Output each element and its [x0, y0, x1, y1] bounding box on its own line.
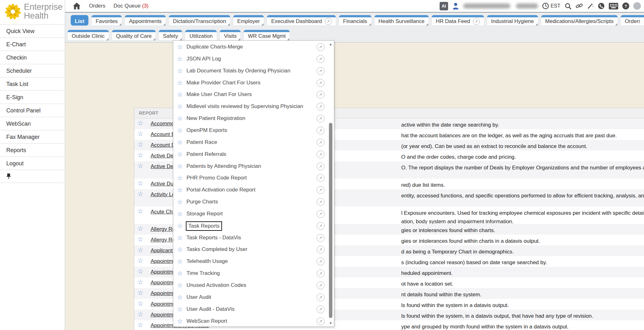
favorite-star-icon[interactable]: ☆	[137, 162, 143, 170]
sidebar-item-e-sign[interactable]: E-Sign	[0, 90, 65, 104]
tab-quality-of-care[interactable]: Quality of Care	[112, 30, 156, 40]
favorite-star-icon[interactable]: ☆	[137, 179, 143, 187]
favorite-star-icon[interactable]: ☆	[137, 268, 143, 275]
tab-executive-dashboard[interactable]: Executive Dashboard↗	[267, 15, 336, 26]
open-external-icon[interactable]: ↗	[317, 222, 325, 230]
tab-wr-case-mgmt[interactable]: WR Case Mgmt	[244, 30, 290, 40]
favorite-star-icon[interactable]: ☆	[177, 55, 183, 63]
open-external-icon[interactable]: ↗	[325, 18, 332, 25]
open-external-icon[interactable]: ↗	[317, 55, 325, 63]
dropdown-item-make-user-chart-for-users[interactable]: ☆Make User Chart For Users↗	[173, 89, 334, 101]
tab-outside-clinic[interactable]: Outside Clinic	[68, 30, 109, 40]
sidebar-item-fax-manager[interactable]: Fax Manager	[0, 130, 65, 143]
favorite-star-icon[interactable]: ☆	[137, 278, 143, 286]
favorite-star-icon[interactable]: ☆	[137, 208, 143, 215]
dropdown-scrollbar[interactable]: ▲ ▼	[328, 41, 333, 327]
favorite-star-icon[interactable]: ☆	[137, 246, 143, 254]
open-external-icon[interactable]: ↗	[317, 91, 325, 99]
tab-employer[interactable]: Employer	[233, 15, 264, 26]
open-external-icon[interactable]: ↗	[317, 79, 325, 87]
favorite-star-icon[interactable]: ☆	[177, 91, 183, 98]
open-external-icon[interactable]: ↗	[317, 293, 325, 301]
dropdown-item-phr-promo-code-report[interactable]: ☆PHR Promo Code Report↗	[173, 172, 334, 184]
dropdown-item-new-patient-registration[interactable]: ☆New Patient Registration↗	[173, 113, 334, 125]
sidebar-item-quick-view[interactable]: Quick View	[0, 24, 65, 37]
partial-tab[interactable]	[640, 15, 644, 26]
favorite-star-icon[interactable]: ☆	[177, 305, 183, 313]
doc-queue-link[interactable]: Doc Queue (3)	[114, 3, 149, 9]
favorite-star-icon[interactable]: ☆	[177, 282, 183, 289]
open-external-icon[interactable]: ↗	[317, 270, 325, 277]
dropdown-item-purge-charts[interactable]: ☆Purge Charts↗	[173, 196, 334, 208]
dropdown-item-patients-by-attending-physician[interactable]: ☆Patients by Attending Physician↗	[173, 161, 334, 173]
clock-icon[interactable]	[542, 3, 549, 9]
sidebar-item-control-panel[interactable]: Control Panel	[0, 104, 65, 117]
favorite-star-icon[interactable]: ☆	[177, 198, 183, 206]
open-external-icon[interactable]: ↗	[317, 127, 325, 134]
open-external-icon[interactable]: ↗	[317, 115, 325, 122]
avatar[interactable]	[633, 2, 641, 10]
dropdown-item-user-audit-datavis[interactable]: ☆User Audit - DataVis↗	[173, 304, 334, 316]
sidebar-item-reports[interactable]: Reports	[0, 143, 65, 156]
favorite-star-icon[interactable]: ☆	[137, 130, 143, 138]
tab-utilization[interactable]: Utilization	[185, 30, 217, 40]
favorite-star-icon[interactable]: ☆	[177, 151, 183, 158]
favorite-star-icon[interactable]: ☆	[137, 289, 143, 297]
favorite-star-icon[interactable]: ☆	[177, 186, 183, 194]
sidebar-item-e-chart[interactable]: E-Chart	[0, 37, 65, 51]
favorite-star-icon[interactable]: ☆	[137, 190, 143, 198]
dropdown-item-time-tracking[interactable]: ☆Time Tracking↗	[173, 268, 334, 280]
tab-hr-data-feed[interactable]: HR Data Feed↗	[432, 15, 484, 26]
dropdown-item-unused-activation-codes[interactable]: ☆Unused Activation Codes↗	[173, 280, 334, 292]
tab-industrial-hygiene[interactable]: Industrial Hygiene	[487, 15, 538, 26]
dropdown-item-midlevel-visits-reviewed-by-supervising-physician[interactable]: ☆Midlevel visits reviewed by Supervising…	[173, 101, 334, 113]
open-external-icon[interactable]: ↗	[317, 186, 325, 194]
search-icon[interactable]	[564, 3, 572, 10]
sidebar-item-logout[interactable]: Logout	[0, 156, 65, 170]
favorite-star-icon[interactable]: ☆	[177, 222, 183, 230]
open-external-icon[interactable]: ↗	[317, 258, 325, 265]
favorite-star-icon[interactable]: ☆	[177, 115, 183, 122]
tab-visits[interactable]: Visits	[220, 30, 241, 40]
favorite-star-icon[interactable]: ☆	[177, 270, 183, 277]
favorite-star-icon[interactable]: ☆	[177, 79, 183, 87]
dropdown-item-task-reports[interactable]: ☆Task Reports↗	[173, 220, 334, 232]
favorite-star-icon[interactable]: ☆	[177, 103, 183, 110]
scrollbar-thumb[interactable]	[329, 123, 332, 318]
tab-list[interactable]: List	[71, 15, 88, 26]
dropdown-item-patient-race[interactable]: ☆Patient Race↗	[173, 137, 334, 149]
tab-dictation-transcription[interactable]: Dictation/Transcription	[169, 15, 230, 26]
help-icon[interactable]: ?	[622, 3, 629, 9]
sidebar-item-task-list[interactable]: Task List	[0, 77, 65, 90]
tab-appointments[interactable]: Appointments	[125, 15, 166, 26]
link-icon[interactable]	[576, 3, 583, 9]
favorite-star-icon[interactable]: ☆	[177, 293, 183, 301]
sidebar-item-scheduler[interactable]: Scheduler	[0, 64, 65, 77]
open-external-icon[interactable]: ↗	[317, 246, 325, 253]
phone-globe-icon[interactable]	[598, 3, 605, 9]
dropdown-item-duplicate-charts-merge[interactable]: ☆Duplicate Charts-Merge↗	[173, 41, 334, 53]
favorite-star-icon[interactable]: ☆	[177, 174, 183, 182]
dropdown-item-user-audit[interactable]: ☆User Audit↗	[173, 292, 334, 304]
open-external-icon[interactable]: ↗	[317, 198, 325, 206]
open-external-icon[interactable]: ↗	[317, 151, 325, 158]
favorite-star-icon[interactable]: ☆	[177, 210, 183, 218]
dropdown-item-telehealth-usage[interactable]: ☆Telehealth Usage↗	[173, 256, 334, 268]
favorite-star-icon[interactable]: ☆	[137, 300, 143, 307]
open-external-icon[interactable]: ↗	[317, 282, 325, 289]
dropdown-item-openpm-exports[interactable]: ☆OpenPM Exports↗	[173, 125, 334, 137]
home-icon[interactable]	[73, 2, 81, 10]
favorite-star-icon[interactable]: ☆	[177, 258, 183, 265]
favorite-star-icon[interactable]: ☆	[177, 67, 183, 75]
dropdown-item-storage-report[interactable]: ☆Storage Report↗	[173, 208, 334, 220]
open-external-icon[interactable]: ↗	[317, 103, 325, 111]
dropdown-item-lab-document-totals-by-ordering-physician[interactable]: ☆Lab Document Totals by Ordering Physici…	[173, 65, 334, 77]
favorite-star-icon[interactable]: ☆	[177, 246, 183, 253]
favorite-star-icon[interactable]: ☆	[137, 151, 143, 159]
dropdown-item-patient-referrals[interactable]: ☆Patient Referrals↗	[173, 149, 334, 161]
favorite-star-icon[interactable]: ☆	[137, 119, 143, 127]
favorite-star-icon[interactable]: ☆	[137, 236, 143, 243]
open-external-icon[interactable]: ↗	[317, 67, 325, 75]
sidebar-item-checkin[interactable]: Checkin	[0, 51, 65, 64]
dropdown-item-task-reports-datavis[interactable]: ☆Task Reports - DataVis↗	[173, 232, 334, 244]
